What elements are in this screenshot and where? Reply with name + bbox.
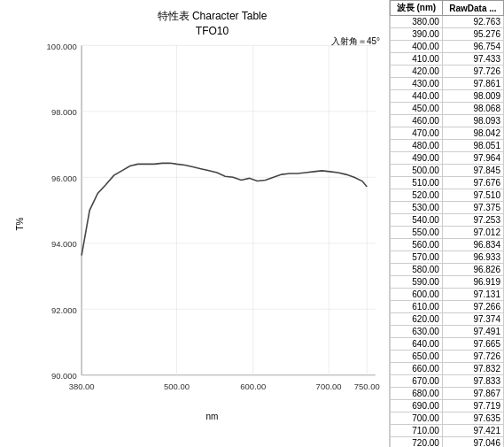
table-row: 390.0095.276	[391, 28, 504, 41]
table-row: 680.0097.867	[391, 388, 504, 400]
rawdata-cell: 97.867	[442, 388, 503, 400]
svg-text:380.00: 380.00	[69, 381, 95, 390]
rawdata-cell: 97.131	[442, 289, 503, 301]
spectral-curve	[81, 163, 367, 255]
table-row: 560.0096.834	[391, 239, 504, 251]
rawdata-cell: 98.093	[442, 115, 503, 127]
wavelength-cell: 550.00	[391, 227, 443, 239]
table-row: 700.0097.635	[391, 412, 504, 425]
chart-svg: 100.000 98.000 96.000 94.000 92.000 90.0…	[44, 41, 380, 408]
table-row: 580.0096.826	[391, 264, 504, 276]
rawdata-cell: 97.845	[442, 165, 503, 177]
svg-text:750.00: 750.00	[354, 381, 380, 390]
wavelength-cell: 470.00	[391, 127, 443, 140]
svg-text:500.00: 500.00	[164, 381, 190, 390]
subtitle: TFO10	[44, 24, 380, 39]
rawdata-cell: 95.276	[442, 28, 503, 41]
wavelength-cell: 440.00	[391, 90, 443, 103]
wavelength-cell: 480.00	[391, 140, 443, 152]
table-row: 430.0097.861	[391, 78, 504, 90]
svg-text:90.000: 90.000	[51, 371, 77, 381]
wavelength-cell: 640.00	[391, 338, 443, 351]
rawdata-cell: 97.861	[442, 78, 503, 90]
table-row: 470.0098.042	[391, 127, 504, 140]
table-row: 510.0097.676	[391, 177, 504, 189]
wavelength-cell: 390.00	[391, 28, 443, 41]
wavelength-cell: 720.00	[391, 437, 443, 448]
table-row: 690.0097.719	[391, 400, 504, 412]
wavelength-cell: 530.00	[391, 202, 443, 214]
wavelength-cell: 510.00	[391, 177, 443, 189]
table-row: 600.0097.131	[391, 289, 504, 301]
rawdata-cell: 96.826	[442, 264, 503, 276]
svg-text:94.000: 94.000	[51, 239, 77, 249]
table-row: 660.0097.832	[391, 363, 504, 375]
wavelength-cell: 620.00	[391, 313, 443, 326]
rawdata-cell: 97.676	[442, 177, 503, 189]
rawdata-cell: 97.719	[442, 400, 503, 412]
table-row: 400.0096.754	[391, 41, 504, 53]
table-row: 490.0097.964	[391, 152, 504, 165]
wavelength-cell: 500.00	[391, 165, 443, 177]
wavelength-cell: 700.00	[391, 412, 443, 425]
data-table-area: 波長 (nm) RawData ... 380.0092.763390.0095…	[389, 0, 504, 447]
table-row: 640.0097.665	[391, 338, 504, 351]
wavelength-cell: 630.00	[391, 326, 443, 338]
svg-text:92.000: 92.000	[51, 304, 77, 314]
rawdata-cell: 96.754	[442, 41, 503, 53]
wavelength-cell: 600.00	[391, 289, 443, 301]
col-rawdata-header: RawData ...	[442, 1, 503, 16]
wavelength-cell: 690.00	[391, 400, 443, 412]
table-row: 710.0097.421	[391, 425, 504, 437]
table-row: 380.0092.763	[391, 16, 504, 28]
rawdata-cell: 98.042	[442, 127, 503, 140]
rawdata-cell: 97.833	[442, 375, 503, 388]
rawdata-cell: 97.964	[442, 152, 503, 165]
wavelength-cell: 540.00	[391, 214, 443, 227]
table-row: 530.0097.375	[391, 202, 504, 214]
wavelength-cell: 450.00	[391, 103, 443, 115]
main-container: 特性表 Character Table TFO10 入射角＝45° T%	[0, 0, 504, 447]
table-row: 630.0097.491	[391, 326, 504, 338]
rawdata-cell: 97.253	[442, 214, 503, 227]
table-row: 540.0097.253	[391, 214, 504, 227]
col-wavelength-header: 波長 (nm)	[391, 1, 443, 16]
table-row: 440.0098.009	[391, 90, 504, 103]
rawdata-cell: 97.635	[442, 412, 503, 425]
svg-text:98.000: 98.000	[51, 107, 77, 117]
wavelength-cell: 580.00	[391, 264, 443, 276]
rawdata-cell: 97.433	[442, 53, 503, 66]
rawdata-cell: 96.834	[442, 239, 503, 251]
rawdata-cell: 97.012	[442, 227, 503, 239]
table-row: 650.0097.726	[391, 351, 504, 363]
rawdata-cell: 98.068	[442, 103, 503, 115]
table-row: 480.0098.051	[391, 140, 504, 152]
svg-text:100.000: 100.000	[47, 41, 77, 50]
chart-area: 特性表 Character Table TFO10 入射角＝45° T%	[0, 0, 389, 447]
data-table: 波長 (nm) RawData ... 380.0092.763390.0095…	[390, 0, 504, 447]
rawdata-cell: 96.933	[442, 251, 503, 264]
wavelength-cell: 520.00	[391, 189, 443, 202]
table-row: 550.0097.012	[391, 227, 504, 239]
table-row: 620.0097.374	[391, 313, 504, 326]
wavelength-cell: 680.00	[391, 388, 443, 400]
svg-text:700.00: 700.00	[316, 381, 342, 390]
rawdata-cell: 96.919	[442, 276, 503, 289]
table-row: 670.0097.833	[391, 375, 504, 388]
wavelength-cell: 380.00	[391, 16, 443, 28]
wavelength-cell: 400.00	[391, 41, 443, 53]
rawdata-cell: 97.266	[442, 301, 503, 313]
rawdata-cell: 97.510	[442, 189, 503, 202]
chart-wrapper: T% 100.000 98.000 96.000	[44, 41, 380, 408]
wavelength-cell: 460.00	[391, 115, 443, 127]
rawdata-cell: 97.374	[442, 313, 503, 326]
x-axis-label: nm	[44, 412, 380, 421]
wavelength-cell: 570.00	[391, 251, 443, 264]
rawdata-cell: 98.009	[442, 90, 503, 103]
table-row: 720.0097.046	[391, 437, 504, 448]
table-row: 520.0097.510	[391, 189, 504, 202]
wavelength-cell: 670.00	[391, 375, 443, 388]
wavelength-cell: 650.00	[391, 351, 443, 363]
wavelength-cell: 490.00	[391, 152, 443, 165]
table-row: 570.0096.933	[391, 251, 504, 264]
